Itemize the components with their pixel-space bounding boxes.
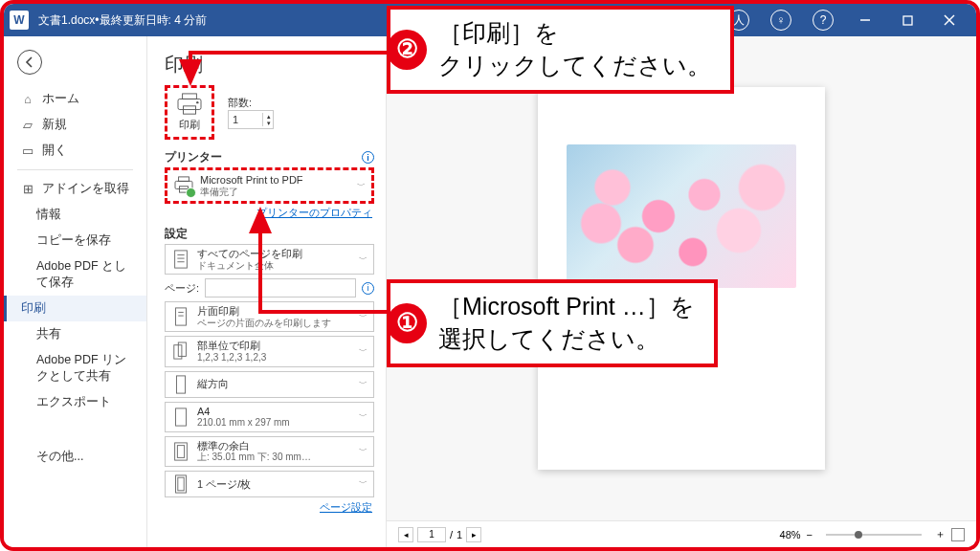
annotation-arrow-to-print bbox=[181, 50, 401, 92]
next-page-button[interactable]: ▸ bbox=[466, 527, 481, 542]
instruction-callout-2: ② ［印刷］を クリックしてください。 bbox=[387, 6, 734, 94]
sidebar-label-home: ホーム bbox=[42, 91, 79, 107]
portrait-icon bbox=[171, 375, 190, 394]
word-app-icon: W bbox=[10, 11, 29, 30]
opt-size-t2: 210.01 mm x 297 mm bbox=[197, 417, 341, 429]
sidebar-item-other[interactable]: その他... bbox=[4, 444, 146, 470]
addins-icon: ⊞ bbox=[21, 182, 34, 196]
info-icon[interactable]: i bbox=[362, 151, 374, 164]
svg-rect-8 bbox=[179, 176, 189, 181]
sidebar-label-new: 新規 bbox=[42, 117, 67, 133]
sidebar-item-export[interactable]: エクスポート bbox=[4, 389, 146, 415]
page-setup-link[interactable]: ページ設定 bbox=[165, 501, 372, 515]
copies-value: 1 bbox=[233, 114, 238, 125]
svg-rect-11 bbox=[175, 251, 188, 268]
sidebar-label-open: 開く bbox=[42, 143, 67, 159]
svg-rect-19 bbox=[178, 342, 186, 356]
sidebar-item-new[interactable]: ▱新規 bbox=[4, 112, 146, 138]
close-button[interactable] bbox=[928, 4, 970, 36]
option-papersize[interactable]: A4210.01 mm x 297 mm ﹀ bbox=[165, 402, 374, 432]
sidebar-label-print: 印刷 bbox=[21, 300, 46, 317]
total-pages: 1 bbox=[457, 529, 462, 540]
sidebar-label-addins: アドインを取得 bbox=[42, 181, 129, 197]
sidebar-item-info[interactable]: 情報 bbox=[4, 202, 146, 228]
preview-page bbox=[538, 87, 825, 470]
preview-footer: ◂ 1 / 1 ▸ 48% − ＋ bbox=[387, 520, 976, 547]
svg-rect-21 bbox=[176, 408, 187, 426]
option-collate[interactable]: 部単位で印刷1,2,3 1,2,3 1,2,3 ﹀ bbox=[165, 336, 374, 366]
sidebar-label-other: その他... bbox=[36, 449, 83, 465]
chevron-down-icon: ﹀ bbox=[359, 477, 368, 490]
opt-margin-t1: 標準の余白 bbox=[197, 440, 352, 452]
maximize-button[interactable] bbox=[886, 4, 928, 36]
callout-number-2: ② bbox=[387, 30, 427, 70]
printer-device-icon bbox=[173, 176, 194, 196]
print-button[interactable]: 印刷 bbox=[165, 85, 214, 140]
sidebar-item-addins[interactable]: ⊞アドインを取得 bbox=[4, 176, 146, 202]
zoom-in-button[interactable]: ＋ bbox=[935, 527, 946, 541]
svg-rect-25 bbox=[178, 477, 184, 491]
option-margins[interactable]: 標準の余白上: 35.01 mm 下: 30 mm… ﹀ bbox=[165, 436, 374, 467]
ready-check-icon bbox=[186, 187, 196, 198]
callout-text-2: ［印刷］を クリックしてください。 bbox=[427, 10, 730, 90]
printer-section-label: プリンター bbox=[165, 149, 222, 165]
page-icon bbox=[171, 250, 190, 269]
opt-margin-t2: 上: 35.01 mm 下: 30 mm… bbox=[197, 452, 341, 463]
option-pages-per-sheet[interactable]: 1 ページ/枚 ﹀ bbox=[165, 471, 374, 497]
svg-rect-5 bbox=[178, 99, 201, 109]
zoom-out-button[interactable]: − bbox=[807, 529, 813, 540]
zoom-fit-button[interactable] bbox=[951, 528, 965, 541]
copies-input[interactable]: 1 ▴▾ bbox=[228, 110, 274, 129]
svg-rect-4 bbox=[183, 94, 197, 99]
svg-rect-20 bbox=[176, 375, 185, 392]
sidebar-item-savecopy[interactable]: コピーを保存 bbox=[4, 228, 146, 253]
back-button[interactable] bbox=[17, 50, 42, 75]
instruction-callout-1: ① ［Microsoft Print …］を 選択してください。 bbox=[387, 279, 718, 367]
settings-section-label: 設定 bbox=[165, 226, 188, 242]
collate-icon bbox=[171, 342, 190, 361]
page-separator: / bbox=[450, 529, 453, 540]
printer-selector[interactable]: Microsoft Print to PDF 準備完了 ﹀ bbox=[165, 167, 374, 204]
svg-rect-15 bbox=[176, 308, 187, 325]
folder-open-icon: ▭ bbox=[21, 143, 34, 158]
page-range-label: ページ: bbox=[165, 281, 199, 296]
sidebar-label-savecopy: コピーを保存 bbox=[36, 232, 111, 249]
sidebar-label-share: 共有 bbox=[36, 326, 61, 342]
sidebar-item-open[interactable]: ▭開く bbox=[4, 138, 146, 164]
doc-name: 文書1.docx bbox=[38, 12, 95, 29]
opt-perpage-t1: 1 ページ/枚 bbox=[197, 478, 352, 491]
sidebar-item-share[interactable]: 共有 bbox=[4, 321, 146, 347]
zoom-slider[interactable] bbox=[826, 534, 922, 536]
callout-text-1: ［Microsoft Print …］を 選択してください。 bbox=[427, 283, 714, 364]
sidebar-item-home[interactable]: ⌂ホーム bbox=[4, 86, 146, 112]
single-side-icon bbox=[171, 307, 190, 326]
opt-collate-t1: 部単位で印刷 bbox=[197, 340, 352, 352]
prev-page-button[interactable]: ◂ bbox=[398, 527, 413, 542]
annotation-arrow-to-printer bbox=[251, 205, 404, 323]
preview-canvas bbox=[387, 36, 976, 520]
current-page-input[interactable]: 1 bbox=[417, 527, 446, 542]
sidebar-label-savepdf: Adobe PDF として保存 bbox=[36, 258, 137, 291]
document-icon: ▱ bbox=[21, 118, 34, 132]
minimize-button[interactable] bbox=[844, 4, 886, 36]
svg-rect-1 bbox=[903, 16, 912, 25]
zoom-knob[interactable] bbox=[855, 531, 862, 539]
chevron-down-icon: ﹀ bbox=[359, 445, 368, 457]
opt-collate-t2: 1,2,3 1,2,3 1,2,3 bbox=[197, 352, 341, 364]
backstage-sidebar: ⌂ホーム ▱新規 ▭開く ⊞アドインを取得 情報 コピーを保存 Adobe PD… bbox=[4, 36, 147, 547]
sidebar-item-savepdf[interactable]: Adobe PDF として保存 bbox=[4, 253, 146, 296]
margins-icon bbox=[171, 442, 190, 461]
chevron-down-icon: ﹀ bbox=[359, 378, 368, 390]
home-icon: ⌂ bbox=[21, 93, 34, 106]
sidebar-item-sharepdflink[interactable]: Adobe PDF リンクとして共有 bbox=[4, 347, 146, 389]
paper-size-icon bbox=[171, 408, 190, 427]
copies-label: 部数: bbox=[228, 97, 252, 108]
sidebar-item-print[interactable]: 印刷 bbox=[4, 296, 146, 321]
coming-soon-button[interactable]: ♀ bbox=[760, 4, 802, 36]
option-orientation[interactable]: 縦方向 ﹀ bbox=[165, 371, 374, 398]
printer-status: 準備完了 bbox=[200, 187, 351, 198]
app-frame: W 文書1.docx • 最終更新日時: 4 分前 人 ♀ ? ⌂ホーム ▱新規… bbox=[0, 0, 980, 551]
help-button[interactable]: ? bbox=[802, 4, 844, 36]
svg-point-7 bbox=[196, 101, 198, 103]
copies-spinner[interactable]: ▴▾ bbox=[267, 113, 271, 126]
